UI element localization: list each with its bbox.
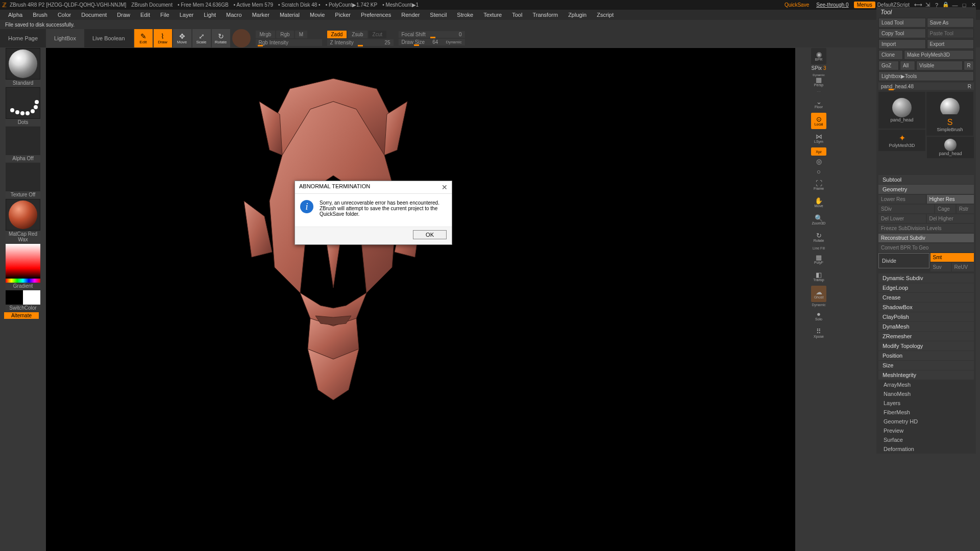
- section-meshintegrity[interactable]: MeshIntegrity: [878, 370, 974, 380]
- menu-stroke[interactable]: Stroke: [452, 12, 478, 18]
- menu-document[interactable]: Document: [76, 12, 112, 18]
- alternate-button[interactable]: Alternate: [4, 312, 39, 319]
- import-button[interactable]: Import: [878, 39, 926, 49]
- color-picker[interactable]: Gradient: [4, 244, 42, 289]
- paste-tool-button[interactable]: Paste Tool: [927, 29, 974, 38]
- frame-button[interactable]: ⛶Frame: [811, 177, 826, 193]
- reuv-button[interactable]: ReUV: [952, 263, 974, 271]
- quicksave-button[interactable]: QuickSave: [785, 2, 809, 8]
- tab-lightbox[interactable]: LightBox: [46, 29, 84, 47]
- section-crease[interactable]: Crease: [878, 293, 974, 302]
- convert-bpr-button[interactable]: Convert BPR To Geo: [878, 243, 974, 252]
- switch-color[interactable]: SwitchColor: [4, 290, 42, 311]
- dialog-close-icon[interactable]: ✕: [442, 183, 448, 191]
- slider-focal-shift[interactable]: Focal Shift0: [399, 31, 465, 38]
- menu-texture[interactable]: Texture: [478, 12, 507, 18]
- section-edgeloop[interactable]: EdgeLoop: [878, 283, 974, 292]
- local-button[interactable]: ⊙Local: [811, 113, 826, 129]
- menu-layer[interactable]: Layer: [175, 12, 199, 18]
- section-geometry[interactable]: Geometry: [878, 185, 974, 194]
- tool-slider[interactable]: pand_head.48R: [878, 83, 974, 90]
- bpr-button[interactable]: ◉BPR: [811, 48, 826, 64]
- chip-rgb[interactable]: Rgb: [276, 31, 293, 38]
- ghost-button[interactable]: ☁Ghost: [811, 286, 826, 302]
- xyz-button[interactable]: Xyz: [811, 147, 826, 156]
- section-dynamic-subdiv[interactable]: Dynamic Subdiv: [878, 273, 974, 283]
- section-claypolish[interactable]: ClayPolish: [878, 312, 974, 321]
- menu-zplugin[interactable]: Zplugin: [563, 12, 592, 18]
- chip-mrgb[interactable]: Mrgb: [256, 31, 276, 38]
- chip-m[interactable]: M: [295, 31, 307, 38]
- floor-button[interactable]: ⌄Floor: [811, 95, 826, 112]
- chip-zadd[interactable]: Zadd: [327, 31, 347, 38]
- xpose-button[interactable]: ⠿Xpose: [811, 325, 826, 341]
- tool-cell-polymesh3d[interactable]: ✦PolyMesh3D: [878, 130, 925, 151]
- tool-cell-pand-head[interactable]: pand_head: [878, 92, 925, 129]
- del-lower-button[interactable]: Del Lower: [878, 214, 926, 223]
- load-tool-button[interactable]: Load Tool: [878, 18, 926, 28]
- menu-brush[interactable]: Brush: [28, 12, 53, 18]
- slider-z-intensity[interactable]: Z Intensity25: [327, 39, 394, 46]
- chip-zsub[interactable]: Zsub: [348, 31, 367, 38]
- brush-swatch[interactable]: Standard: [4, 48, 42, 86]
- section-position[interactable]: Position: [878, 351, 974, 360]
- persp-button[interactable]: Dynamic▦Persp: [811, 72, 826, 88]
- menu-preferences[interactable]: Preferences: [356, 12, 396, 18]
- clone-button[interactable]: Clone: [878, 50, 903, 60]
- dialog-ok-button[interactable]: OK: [413, 230, 447, 239]
- mode-scale[interactable]: ⤢Scale: [192, 29, 211, 47]
- divide-button[interactable]: Divide: [878, 253, 929, 268]
- goz-all-button[interactable]: All: [900, 61, 915, 70]
- menu-render[interactable]: Render: [396, 12, 425, 18]
- section-layers[interactable]: Layers: [876, 398, 976, 408]
- section-nanomesh[interactable]: NanoMesh: [876, 389, 976, 398]
- lower-res-button[interactable]: Lower Res: [878, 195, 926, 204]
- freeze-subdiv-button[interactable]: Freeze SubDivision Levels: [878, 224, 974, 233]
- tab-live-boolean[interactable]: Live Boolean: [84, 29, 133, 47]
- sdiv-slider[interactable]: SDiv: [878, 205, 934, 213]
- menu-light[interactable]: Light: [199, 12, 221, 18]
- transp-button[interactable]: ◧Transp: [811, 268, 826, 285]
- fit-button[interactable]: ○: [811, 167, 826, 176]
- cage-button[interactable]: Cage: [935, 205, 955, 213]
- see-through-slider[interactable]: See-through 0: [816, 2, 848, 8]
- lightbox-tools-button[interactable]: Lightbox▶Tools: [878, 71, 974, 81]
- smt-button[interactable]: Smt: [930, 253, 974, 262]
- section-zremesher[interactable]: ZRemesher: [878, 332, 974, 341]
- rotate-button[interactable]: ↻Rotate: [811, 229, 826, 245]
- export-button[interactable]: Export: [927, 39, 974, 49]
- menu-edit[interactable]: Edit: [135, 12, 155, 18]
- menu-tool[interactable]: Tool: [507, 12, 527, 18]
- reconstruct-subdiv-button[interactable]: Reconstruct Subdiv: [878, 234, 974, 242]
- menu-macro[interactable]: Macro: [221, 12, 247, 18]
- menu-alpha[interactable]: Alpha: [3, 12, 28, 18]
- section-geometry-hd[interactable]: Geometry HD: [876, 417, 976, 426]
- slider-rgb-intensity[interactable]: Rgb Intensity: [256, 39, 322, 46]
- alpha-swatch[interactable]: Alpha Off: [4, 127, 42, 162]
- polyf-button[interactable]: ▦PolyF: [811, 251, 826, 267]
- menu-picker[interactable]: Picker: [330, 12, 356, 18]
- menus-toggle[interactable]: Menus: [854, 2, 875, 8]
- goz-r-button[interactable]: R: [964, 61, 974, 70]
- save-as-button[interactable]: Save As: [927, 18, 974, 28]
- section-surface[interactable]: Surface: [876, 435, 976, 444]
- center-button[interactable]: ◎: [811, 157, 826, 166]
- make-polymesh-button[interactable]: Make PolyMesh3D: [904, 50, 974, 60]
- zoom-button[interactable]: 🔍Zoom3D: [811, 212, 826, 228]
- mode-move[interactable]: ✥Move: [173, 29, 191, 47]
- menu-color[interactable]: Color: [53, 12, 76, 18]
- tool-cell-pand-head-2[interactable]: pand_head: [927, 137, 974, 158]
- chip-zcut[interactable]: Zcut: [369, 31, 386, 38]
- slider-draw-size[interactable]: Draw Size64Dynamic: [399, 39, 465, 45]
- move-button[interactable]: ✋Move: [811, 194, 826, 211]
- menu-marker[interactable]: Marker: [247, 12, 275, 18]
- section-dynamesh[interactable]: DynaMesh: [878, 322, 974, 331]
- copy-tool-button[interactable]: Copy Tool: [878, 29, 926, 38]
- goz-visible-button[interactable]: Visible: [916, 61, 963, 70]
- mode-draw[interactable]: ⌇Draw: [154, 29, 172, 47]
- rstr-button[interactable]: Rstr: [957, 205, 974, 213]
- material-swatch[interactable]: MatCap Red Wax: [4, 199, 42, 243]
- canvas[interactable]: [46, 48, 795, 551]
- suv-button[interactable]: Suv: [930, 263, 951, 271]
- section-deformation[interactable]: Deformation: [876, 444, 976, 454]
